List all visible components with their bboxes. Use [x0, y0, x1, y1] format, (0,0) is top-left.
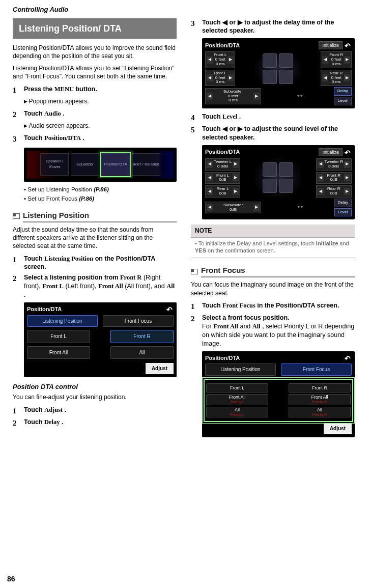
label: Front All [311, 395, 328, 400]
ff-step-1: 1 Touch Front Focus in the Position/DTA … [191, 301, 355, 312]
back-icon[interactable] [345, 150, 352, 155]
label: Rear L 0 feet 0 ms [214, 71, 226, 85]
btn-all-priority-l[interactable]: AllPriority L [206, 407, 268, 418]
level-mode-button[interactable]: Level [334, 97, 352, 105]
left-arrow-icon[interactable]: ◀ [318, 188, 324, 195]
tab-listening-position[interactable]: Listening Position [27, 315, 98, 327]
step-pre: Press the [24, 86, 54, 93]
position-dta-screen-1: Position/DTA Listening Position Front Fo… [24, 302, 177, 377]
btn-front-r[interactable]: Front R [289, 383, 351, 393]
speaker-front-r: ◀Front R 0 feet 0 ms▶ [321, 51, 352, 68]
t: For [202, 323, 213, 330]
label: Rear R 0 feet 0 ms [329, 71, 343, 85]
btn-front-all-priority-l[interactable]: Front AllPriority L [206, 394, 268, 405]
page-ref: (P.86) [94, 186, 109, 192]
t: Touch [202, 302, 222, 309]
screen-title-text: Position/DTA [27, 305, 62, 313]
btn-front-all[interactable]: Front All [27, 346, 90, 359]
eq-equalizer[interactable]: Equalizer [71, 153, 99, 176]
left-arrow-label: ◀ [222, 125, 227, 132]
step-number: 1 [13, 255, 20, 272]
left-arrow-icon[interactable]: ◀ [322, 74, 328, 81]
label: Tweeter R0.0dB [325, 160, 343, 169]
step-number: 2 [13, 273, 20, 299]
step-number: 5 [191, 125, 198, 142]
step-pre: Touch [24, 134, 44, 142]
right-arrow-icon[interactable]: ▶ [253, 204, 260, 211]
left-arrow-icon[interactable]: ◀ [207, 93, 213, 100]
right-arrow-icon[interactable]: ▶ [344, 57, 350, 64]
lp-step-2: 2 Select a listening position from Front… [13, 273, 177, 299]
right-arrow-icon[interactable]: ▶ [233, 174, 239, 181]
step-2: 2 Touch Audio . [13, 109, 177, 120]
position-dta-level-screen: Position/DTA Initialize ◀Tweeter L0.0dB▶… [202, 145, 355, 220]
label: Rear R0dB [325, 187, 343, 196]
label: Front L 0 feet 0 ms [214, 53, 226, 66]
left-arrow-icon[interactable]: ◀ [207, 174, 213, 181]
left-arrow-icon[interactable]: ◀ [318, 174, 324, 181]
delay-mode-button[interactable]: Delay [334, 87, 352, 96]
btn-front-l[interactable]: Front L [206, 383, 268, 393]
right-arrow-icon[interactable]: ▶ [233, 161, 239, 168]
t: . [60, 418, 64, 426]
step-1-result: Popup menu appears. [24, 97, 177, 105]
left-arrow-icon[interactable]: ◀ [318, 161, 324, 168]
speaker-front-l: ◀Front L 0 feet 0 ms▶ [205, 51, 235, 68]
right-arrow-icon[interactable]: ▶ [344, 161, 350, 168]
btn-front-r[interactable]: Front R [110, 330, 174, 343]
right-arrow-icon[interactable]: ▶ [344, 188, 350, 195]
lp-step-1: 1 Touch Listening Position on the Positi… [13, 255, 177, 272]
seat-icon [263, 179, 277, 193]
right-arrow-icon[interactable]: ▶ [253, 93, 260, 100]
label: Front R 0 feet 0 ms [329, 53, 343, 66]
screen-title-text: Position/DTA [205, 148, 240, 156]
eq-fader-balance[interactable]: ader / Balance [132, 153, 160, 176]
delay-mode-button[interactable]: Delay [334, 199, 352, 207]
label: All [235, 407, 240, 412]
front-all-label: Front All [98, 283, 123, 290]
right-arrow-icon[interactable]: ▶ [344, 74, 350, 81]
left-arrow-icon[interactable]: ◀ [322, 57, 328, 64]
tab-front-focus[interactable]: Front Focus [103, 315, 174, 327]
front-l-label: Front L [42, 283, 64, 290]
eq-speaker-xover[interactable]: Speaker / X'over [40, 153, 69, 176]
right-arrow-icon[interactable]: ▶ [227, 57, 234, 64]
adjust-button[interactable]: Adjust [324, 423, 352, 434]
left-arrow-icon[interactable]: ◀ [207, 57, 213, 64]
tab-front-focus[interactable]: Front Focus [281, 363, 352, 376]
initialize-button[interactable]: Initialize [319, 41, 343, 49]
right-arrow-icon[interactable]: ▶ [344, 174, 350, 181]
ff-step-2: 2 Select a front focus position. For Fro… [191, 314, 355, 348]
initialize-button[interactable]: Initialize [319, 148, 343, 156]
yes-label: YES [195, 247, 206, 254]
label: Front R0dB [325, 174, 343, 183]
eq-position-dta[interactable]: Position/DTA [101, 153, 130, 176]
speaker-subwoofer: ◀Subwoofer0dB▶ [205, 202, 261, 214]
t: Touch [202, 19, 222, 26]
left-arrow-icon[interactable]: ◀ [207, 161, 213, 168]
left-arrow-icon[interactable]: ◀ [207, 204, 213, 211]
back-icon[interactable] [166, 306, 174, 312]
note-title: NOTE [191, 225, 355, 237]
btn-all-priority-r[interactable]: AllPriority R [289, 407, 351, 418]
back-icon[interactable] [345, 43, 352, 48]
back-icon[interactable] [345, 355, 352, 360]
step-3: 3 Touch Position/DTA . [13, 134, 177, 144]
btn-front-all-priority-r[interactable]: Front AllPriority R [289, 394, 351, 405]
tab-listening-position[interactable]: Listening Position [205, 363, 276, 376]
adjust-button[interactable]: Adjust [146, 363, 174, 374]
right-arrow-icon[interactable]: ▶ [233, 188, 239, 195]
delay-label: Delay [44, 418, 60, 426]
level-mode-button[interactable]: Level [334, 208, 352, 217]
btn-front-l[interactable]: Front L [27, 330, 90, 343]
step-number: 1 [13, 85, 20, 95]
left-arrow-icon[interactable]: ◀ [207, 74, 213, 81]
btn-all[interactable]: All [110, 346, 174, 359]
left-arrow-icon[interactable]: ◀ [207, 188, 213, 195]
equalizer-screen: Speaker / X'over Equalizer Position/DTA … [24, 148, 177, 182]
minimize-icons: ▾ ▾ [298, 205, 303, 210]
step-text: Touch Adjust . [24, 406, 177, 416]
front-r-label: Front R [120, 274, 141, 281]
right-arrow-icon[interactable]: ▶ [227, 74, 234, 81]
speaker-front-l: ◀Front L0dB▶ [205, 172, 240, 184]
